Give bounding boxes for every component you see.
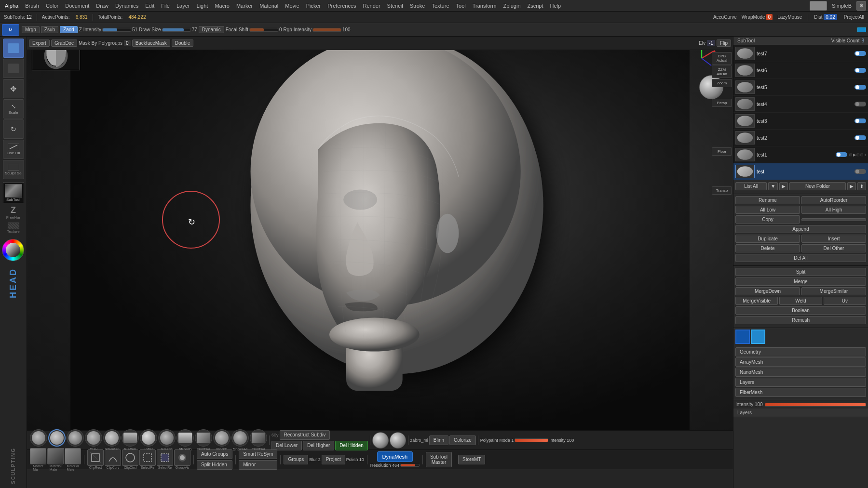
bpb-actual-button[interactable]: BPBActual	[712, 52, 732, 65]
brush-hpolish[interactable]: hPolish	[176, 429, 194, 451]
copy-action-btn[interactable]	[801, 218, 866, 221]
remesh-btn[interactable]: Remesh	[735, 316, 866, 324]
insert-btn[interactable]: Insert	[801, 235, 866, 243]
subtool-toggle-test7[interactable]	[854, 51, 866, 56]
menu-material[interactable]: Material	[257, 2, 281, 10]
storemt-btn[interactable]: StoreMT	[458, 455, 485, 464]
brush-clay-btn[interactable]	[85, 429, 102, 447]
subtool-item-test4[interactable]: test4	[733, 96, 868, 113]
material-sphere-btn2[interactable]	[390, 432, 406, 448]
smart-resym-btn[interactable]: Smart ReSym	[239, 449, 277, 459]
delete-btn[interactable]: Delete	[735, 244, 800, 252]
subtool-toggle-test1[interactable]	[836, 152, 847, 157]
append-btn[interactable]: Append	[735, 225, 866, 233]
insert-material2[interactable]: MaterialMate	[65, 448, 81, 471]
group-visible[interactable]: GroupVis	[174, 449, 190, 469]
new-folder-icon-btn[interactable]: ▶	[847, 182, 856, 190]
menu-color[interactable]: Color	[43, 2, 61, 10]
mergesimilar-btn[interactable]: MergeSimilar	[801, 287, 866, 295]
color-indicator-blue[interactable]	[735, 330, 750, 344]
del-other-btn[interactable]: Del Other	[801, 244, 866, 252]
brush-clay[interactable]: Clay	[85, 429, 102, 451]
autoreorder-btn[interactable]: AutoReorder	[801, 196, 866, 204]
zsub-button[interactable]: Zsub	[41, 26, 58, 33]
menu-brush[interactable]: Brush	[22, 2, 42, 10]
backfacemask-button[interactable]: BackfaceMask	[132, 40, 170, 47]
top-icon-btn[interactable]: ⚙	[856, 1, 866, 11]
subtool-item-test5[interactable]: test5	[733, 79, 868, 96]
menu-movie[interactable]: Movie	[282, 2, 302, 10]
grabdoc-button[interactable]: GrabDoc	[51, 40, 77, 47]
groups-btn[interactable]: Groups	[284, 455, 308, 464]
layers-btn[interactable]: Layers	[735, 378, 866, 387]
mrgb-button[interactable]: Mrgb	[22, 26, 40, 33]
export-button[interactable]: Export	[29, 40, 50, 47]
subtool-toggle-test2[interactable]	[854, 135, 866, 140]
brush-inflat[interactable]: Inflat	[140, 429, 157, 451]
brush-inflat-btn[interactable]	[140, 429, 157, 447]
rename-btn[interactable]: Rename	[735, 196, 800, 204]
nanomesh-btn[interactable]: NanoMesh	[735, 368, 866, 377]
project-btn[interactable]: Project	[322, 455, 345, 464]
subtool-toggle-test5[interactable]	[854, 85, 866, 90]
lazymouse-label[interactable]: LazyMouse	[775, 14, 804, 20]
del-hidden-btn[interactable]: Del Hidden	[335, 441, 367, 450]
uv-btn[interactable]: Uv	[824, 297, 866, 305]
wrapmode-val[interactable]: 0	[766, 14, 773, 20]
insert-material[interactable]: MaterialMate	[47, 448, 64, 471]
list-all-icon-btn[interactable]: ▼	[768, 182, 778, 190]
menu-layer[interactable]: Layer	[174, 2, 193, 10]
brush-trimdyr[interactable]: TrimDyr	[195, 429, 212, 451]
del-lower-btn[interactable]: Del Lower	[271, 441, 302, 450]
color-picker-mini[interactable]	[2, 239, 25, 262]
mergevisible-btn[interactable]: MergeVisible	[735, 297, 778, 305]
subtool-item-test7[interactable]: test7	[733, 45, 868, 62]
subtool-toggle-test6[interactable]	[854, 68, 866, 73]
simpleb-label[interactable]: SimpleB	[829, 2, 854, 10]
intensity-slider[interactable]	[515, 438, 548, 442]
zzm-aahat-button[interactable]: ZZMAaHat	[712, 66, 732, 78]
left-tool-scale[interactable]: ⤡ Scale	[3, 99, 24, 119]
menu-draw[interactable]: Draw	[93, 2, 111, 10]
projectall-btn[interactable]: ProjectAll	[842, 14, 866, 20]
rgb-intensity-slider[interactable]	[312, 28, 341, 32]
menu-tool[interactable]: Tool	[453, 2, 469, 10]
dynamic-button[interactable]: Dynamic	[199, 26, 224, 33]
draw-size-slider[interactable]	[162, 28, 191, 32]
boolean-btn[interactable]: Boolean	[735, 306, 866, 315]
main-canvas[interactable]: ↻	[27, 37, 733, 430]
brush-move-btn[interactable]	[30, 429, 47, 447]
auto-groups-btn[interactable]: Auto Groups	[197, 449, 232, 459]
color-indicator-cyan[interactable]	[751, 330, 765, 344]
subtool-item-test2[interactable]: test2	[733, 130, 868, 146]
new-folder-btn[interactable]: New Folder	[789, 182, 846, 190]
left-tool-sculptsel[interactable]: Sculpt Se	[3, 160, 24, 179]
mask-by-polygroups-val[interactable]: 0	[124, 40, 131, 46]
resolution-slider[interactable]	[400, 464, 420, 467]
floor-button[interactable]: Floor	[712, 147, 732, 156]
split-btn[interactable]: Split	[735, 268, 866, 276]
menu-light[interactable]: Light	[194, 2, 211, 10]
elv-val[interactable]: -1	[707, 40, 715, 46]
menu-picker[interactable]: Picker	[303, 2, 324, 10]
menu-alpha[interactable]: Alpha	[2, 2, 21, 10]
insert-master[interactable]: MasterMa	[30, 448, 46, 471]
subtool-item-test1[interactable]: test1 ⊞ ▶ ⊟ ⊞ ↕	[733, 146, 868, 163]
zoom-button[interactable]: Zoom	[712, 79, 732, 87]
brush-hpolish-btn[interactable]	[176, 429, 194, 447]
geometry-btn[interactable]: Geometry	[735, 347, 866, 356]
left-tool-move[interactable]: ✥	[3, 79, 24, 98]
brush-trimdyr-btn[interactable]	[195, 429, 212, 447]
weld-btn[interactable]: Weld	[779, 297, 822, 305]
select-rect2[interactable]: SelectRe	[157, 449, 173, 469]
zadd-button[interactable]: Zadd	[60, 26, 78, 33]
double-button[interactable]: Double	[172, 40, 194, 47]
flip-button[interactable]: Flip	[717, 40, 731, 47]
clip-circle[interactable]: ClipCircl	[122, 449, 138, 469]
brush-pinch-btn[interactable]	[67, 429, 84, 447]
subtool-item-test6[interactable]: test6	[733, 62, 868, 79]
left-tool-select[interactable]	[3, 59, 24, 78]
menu-document[interactable]: Document	[62, 2, 92, 10]
menu-stroke[interactable]: Stroke	[407, 2, 428, 10]
brush-trimdyr2-btn[interactable]	[250, 429, 267, 447]
